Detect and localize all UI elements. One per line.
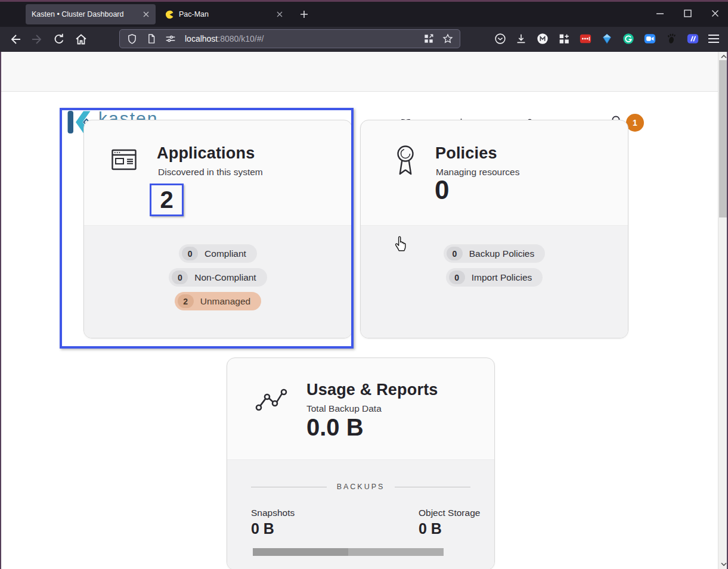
- bookmark-star-icon[interactable]: [442, 33, 454, 45]
- tab-bar: Kasten • Cluster Dashboard Pac-Man: [0, 2, 728, 27]
- nav-toolbar: localhost:8080/k10/#/: [0, 27, 728, 52]
- stat-value: 0 B: [251, 520, 295, 537]
- applications-count: 2: [160, 186, 173, 213]
- badge-count: 0: [449, 270, 465, 284]
- new-tab-button[interactable]: [299, 10, 309, 19]
- applications-window-icon: [111, 147, 137, 173]
- lastpass-icon[interactable]: [579, 32, 592, 45]
- badge-count: 0: [182, 247, 198, 260]
- tab-title: Kasten • Cluster Dashboard: [32, 10, 138, 18]
- address-bar[interactable]: localhost:8080/k10/#/: [119, 29, 460, 48]
- card-subtitle: Discovered in this system: [158, 167, 263, 178]
- badge-import-policies[interactable]: 0 Import Policies: [446, 268, 543, 287]
- open-pages-icon[interactable]: [423, 33, 435, 45]
- stat-label: Object Storage: [419, 508, 480, 518]
- tab-kasten-dashboard[interactable]: Kasten • Cluster Dashboard: [26, 4, 156, 24]
- home-button[interactable]: [74, 32, 88, 46]
- close-icon[interactable]: [276, 11, 283, 18]
- card-footer: 0 Compliant 0 Non-Compliant 2 Unmanaged: [84, 225, 352, 338]
- snapshots-bar-segment: [253, 548, 348, 556]
- maximize-button[interactable]: [684, 10, 692, 17]
- code-extension-icon[interactable]: [686, 32, 699, 45]
- downloads-icon[interactable]: [515, 32, 528, 45]
- count-annotation-box: 2: [150, 184, 184, 216]
- extension-m-icon[interactable]: [536, 32, 549, 45]
- pacman-icon: [165, 10, 174, 19]
- reload-button[interactable]: [52, 32, 66, 46]
- close-icon[interactable]: [142, 11, 150, 18]
- back-button[interactable]: [8, 32, 23, 46]
- badge-compliant[interactable]: 0 Compliant: [179, 244, 257, 263]
- card-title: Usage & Reports: [306, 381, 438, 399]
- badge-label: Import Policies: [472, 272, 532, 283]
- pin-icon[interactable]: [600, 32, 614, 45]
- stat-value: 0 B: [419, 520, 480, 537]
- zoom-icon[interactable]: [643, 32, 656, 45]
- badge-count: 0: [172, 270, 188, 284]
- usage-reports-card[interactable]: Usage & Reports Total Backup Data 0.0 B …: [227, 357, 495, 569]
- permissions-icon[interactable]: [164, 32, 177, 45]
- badge-non-compliant[interactable]: 0 Non-Compliant: [169, 268, 267, 287]
- badge-label: Backup Policies: [469, 248, 534, 259]
- gnome-icon[interactable]: [665, 32, 678, 45]
- usage-chart-icon: [255, 388, 288, 413]
- object-storage-stat: Object Storage 0 B: [419, 508, 480, 537]
- minimize-button[interactable]: [656, 13, 664, 15]
- snapshots-stat: Snapshots 0 B: [251, 508, 295, 537]
- usage-count: 0.0 B: [306, 414, 364, 441]
- policies-card[interactable]: Policies Managing resources 0 0 Backup P…: [360, 120, 628, 338]
- card-footer: 0 Backup Policies 0 Import Policies: [361, 225, 628, 338]
- backups-divider: BACKUPS: [251, 483, 470, 491]
- badge-label: Non-Compliant: [194, 272, 256, 283]
- app-header: kasten by Veeam Docs Settings k10-k10: [0, 52, 718, 92]
- notification-badge[interactable]: 1: [626, 114, 644, 132]
- forward-button[interactable]: [30, 32, 44, 46]
- badge-count: 0: [447, 247, 463, 260]
- menu-icon[interactable]: [708, 33, 720, 44]
- card-footer: BACKUPS Snapshots 0 B Object Storage 0 B: [227, 459, 494, 569]
- badge-backup-policies[interactable]: 0 Backup Policies: [444, 244, 545, 263]
- tab-title: Pac-Man: [179, 10, 271, 18]
- policies-ribbon-icon: [394, 144, 417, 178]
- badge-label: Unmanaged: [200, 296, 250, 307]
- object-storage-bar-segment: [348, 548, 444, 556]
- page-icon[interactable]: [145, 33, 157, 45]
- tab-pacman[interactable]: Pac-Man: [159, 4, 289, 24]
- grammarly-icon[interactable]: [622, 32, 635, 45]
- applications-card[interactable]: Applications Discovered in this system 2…: [83, 120, 352, 338]
- pocket-icon[interactable]: [494, 32, 507, 45]
- close-window-button[interactable]: [711, 10, 719, 17]
- extensions-icon[interactable]: [557, 32, 571, 45]
- backup-split-bar: [253, 548, 444, 556]
- card-title: Applications: [157, 144, 255, 163]
- badge-label: Compliant: [205, 248, 246, 259]
- browser-window: Kasten • Cluster Dashboard Pac-Man: [0, 0, 728, 569]
- window-left-border: [0, 52, 1, 569]
- stat-label: Snapshots: [251, 508, 295, 518]
- card-title: Policies: [435, 144, 497, 163]
- url-text[interactable]: localhost:8080/k10/#/: [185, 34, 423, 43]
- badge-unmanaged[interactable]: 2 Unmanaged: [175, 292, 261, 310]
- badge-count: 2: [178, 294, 194, 308]
- window-top-border: [0, 0, 728, 2]
- policies-count: 0: [435, 175, 449, 205]
- backups-label: BACKUPS: [337, 483, 385, 491]
- shield-icon[interactable]: [126, 33, 138, 45]
- card-subtitle: Total Backup Data: [306, 403, 382, 414]
